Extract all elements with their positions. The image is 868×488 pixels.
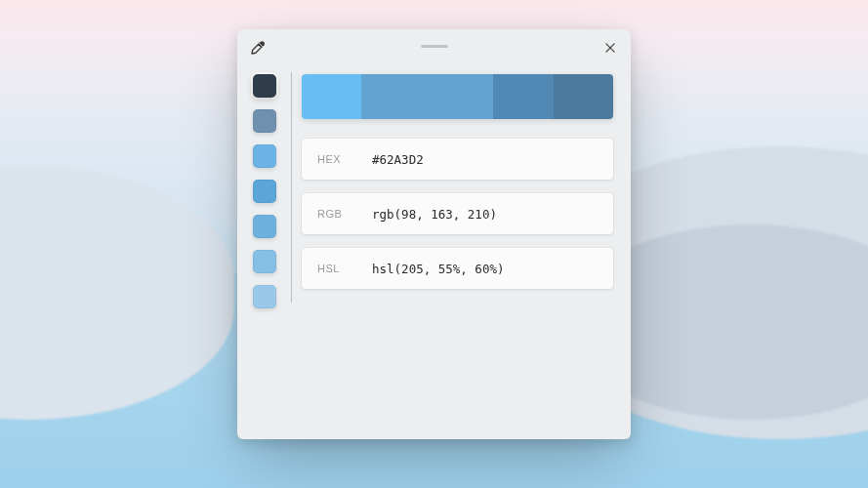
history-swatch[interactable] (253, 109, 276, 133)
rgb-row[interactable]: RGB rgb(98, 163, 210) (302, 193, 613, 234)
titlebar[interactable] (237, 29, 631, 66)
shade-segment[interactable] (302, 74, 361, 119)
hex-label: HEX (317, 153, 347, 165)
rgb-value: rgb(98, 163, 210) (372, 207, 497, 222)
history-swatch[interactable] (253, 144, 276, 168)
drag-handle-icon[interactable] (421, 45, 448, 48)
color-picker-window: HEX #62A3D2 RGB rgb(98, 163, 210) HSL hs… (237, 29, 631, 439)
history-swatch[interactable] (253, 250, 276, 273)
history-swatch[interactable] (253, 285, 276, 308)
main-panel: HEX #62A3D2 RGB rgb(98, 163, 210) HSL hs… (292, 66, 631, 439)
shade-segment[interactable] (493, 74, 553, 119)
rgb-label: RGB (317, 208, 347, 220)
history-swatch[interactable] (253, 180, 276, 203)
shade-segment[interactable] (554, 74, 613, 119)
hsl-value: hsl(205, 55%, 60%) (372, 262, 504, 276)
eyedropper-icon[interactable] (249, 39, 267, 57)
shade-bar[interactable] (302, 74, 613, 119)
hex-row[interactable]: HEX #62A3D2 (302, 139, 613, 180)
color-value-list: HEX #62A3D2 RGB rgb(98, 163, 210) HSL hs… (302, 139, 613, 289)
history-swatch[interactable] (253, 74, 276, 98)
hsl-row[interactable]: HSL hsl(205, 55%, 60%) (302, 248, 613, 289)
window-body: HEX #62A3D2 RGB rgb(98, 163, 210) HSL hs… (237, 66, 631, 439)
shade-segment[interactable] (361, 74, 493, 119)
hsl-label: HSL (317, 263, 347, 274)
color-history-sidebar (237, 66, 292, 439)
history-swatch[interactable] (253, 215, 276, 238)
close-button[interactable] (601, 39, 619, 57)
hex-value: #62A3D2 (372, 152, 424, 167)
